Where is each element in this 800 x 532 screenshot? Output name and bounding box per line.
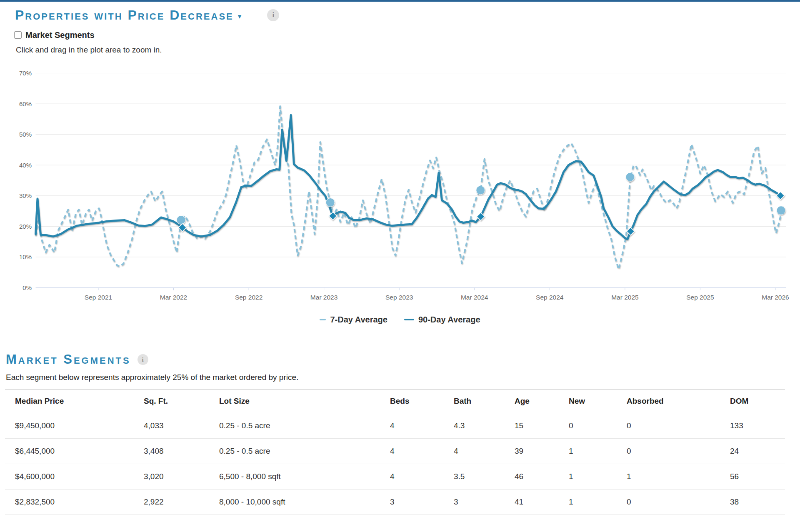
column-header-1: Sq. Ft. (144, 390, 219, 413)
circle-marker (476, 186, 485, 195)
column-header-7: Absorbed (627, 390, 730, 413)
top-accent-bar (0, 0, 800, 2)
y-axis-tick-label: 60% (19, 100, 32, 107)
table-cell: 4,033 (144, 413, 219, 439)
circle-marker (326, 198, 335, 207)
info-icon-segments[interactable]: i (138, 354, 148, 365)
x-axis-tick-label: Mar 2026 (762, 294, 789, 301)
column-header-6: New (569, 390, 627, 413)
table-row: $9,450,0004,0330.25 - 0.5 acre44.3150013… (5, 413, 785, 439)
price-decrease-chart-plot[interactable]: 0%10%20%30%40%50%60%70%Sep 2021Mar 2022S… (0, 55, 800, 310)
table-cell: 6,500 - 8,000 sqft (219, 464, 390, 490)
legend-item-90day[interactable]: 90-Day Average (404, 315, 480, 325)
series-90day-line (36, 115, 781, 239)
y-axis-labels: 0%10%20%30%40%50%60%70% (19, 70, 32, 291)
table-cell: 39 (515, 439, 569, 464)
y-axis-tick-label: 40% (19, 162, 32, 169)
table-cell: 15 (515, 413, 569, 439)
legend-line-symbol-90day (404, 319, 414, 320)
chart-legend: 7-Day Average 90-Day Average (0, 313, 800, 326)
segments-table-wrap: Median PriceSq. Ft.Lot SizeBedsBathAgeNe… (5, 389, 785, 515)
y-axis-tick-label: 30% (19, 192, 32, 199)
x-axis-tick-label: Mar 2024 (461, 294, 488, 301)
x-axis-tick-label: Sep 2024 (536, 294, 564, 301)
x-axis-tick-label: Mar 2023 (310, 294, 338, 301)
x-axis-tick-label: Sep 2021 (85, 294, 112, 301)
table-cell: 3 (390, 490, 454, 515)
table-cell: 4 (390, 464, 454, 490)
y-axis-tick-label: 20% (19, 223, 32, 230)
y-axis-tick-label: 0% (22, 284, 32, 291)
chart-container: 0%10%20%30%40%50%60%70%Sep 2021Mar 2022S… (0, 55, 800, 326)
table-cell: 3 (454, 490, 515, 515)
column-header-2: Lot Size (219, 390, 390, 413)
table-cell: 1 (569, 439, 627, 464)
table-cell: $9,450,000 (5, 413, 144, 439)
x-axis (36, 288, 787, 290)
table-cell: 41 (515, 490, 569, 515)
y-axis-tick-label: 50% (19, 131, 32, 138)
column-header-8: DOM (730, 390, 785, 413)
table-cell: 3.5 (454, 464, 515, 490)
table-cell: 1 (569, 464, 627, 490)
column-header-5: Age (515, 390, 569, 413)
table-row: $2,832,5002,9228,000 - 10,000 sqft334110… (5, 490, 785, 515)
table-cell: 1 (627, 464, 730, 490)
table-cell: $6,445,000 (5, 439, 144, 464)
column-header-3: Beds (390, 390, 454, 413)
table-cell: 0 (627, 413, 730, 439)
x-axis-labels: Sep 2021Mar 2022Sep 2022Mar 2023Sep 2023… (85, 294, 789, 301)
segments-table: Median PriceSq. Ft.Lot SizeBedsBathAgeNe… (5, 389, 785, 515)
market-segments-subtitle: Each segment below represents approximat… (6, 373, 800, 382)
table-cell: 1 (569, 490, 627, 515)
table-row: $4,600,0003,0206,500 - 8,000 sqft43.5461… (5, 464, 785, 490)
legend-label-7day: 7-Day Average (330, 315, 387, 325)
chevron-down-icon[interactable]: ▾ (238, 12, 242, 21)
table-cell: 38 (730, 490, 785, 515)
column-header-4: Bath (454, 390, 515, 413)
info-icon[interactable]: i (267, 9, 279, 21)
market-segments-heading: Market Segments (6, 352, 131, 367)
table-cell: 3,408 (144, 439, 219, 464)
table-cell: 0.25 - 0.5 acre (219, 439, 390, 464)
table-header-row: Median PriceSq. Ft.Lot SizeBedsBathAgeNe… (5, 390, 785, 413)
table-cell: 4 (390, 439, 454, 464)
x-axis-tick-label: Sep 2025 (686, 294, 714, 301)
x-axis-tick-label: Sep 2023 (385, 294, 413, 301)
market-segments-section: Market Segments i Each segment below rep… (0, 352, 800, 382)
market-segments-checkbox[interactable] (14, 31, 22, 39)
legend-item-7day[interactable]: 7-Day Average (320, 315, 387, 325)
table-cell: 133 (730, 413, 785, 439)
table-cell: 0 (569, 413, 627, 439)
chart-header: Properties with Price Decrease ▾ i Marke… (0, 7, 800, 55)
table-cell: 56 (730, 464, 785, 490)
x-axis-tick-label: Mar 2025 (611, 294, 638, 301)
table-cell: 24 (730, 439, 785, 464)
zoom-instruction: Click and drag in the plot area to zoom … (16, 45, 800, 55)
circle-marker (777, 206, 785, 215)
table-cell: 4 (390, 413, 454, 439)
table-cell: 4.3 (454, 413, 515, 439)
legend-label-90day: 90-Day Average (418, 315, 480, 325)
circle-marker (177, 215, 185, 224)
x-axis-tick-label: Mar 2022 (160, 294, 187, 301)
table-cell: $2,832,500 (5, 490, 144, 515)
table-cell: 2,922 (144, 490, 219, 515)
diamond-marker (627, 227, 635, 235)
circle-marker (626, 172, 635, 181)
y-axis-tick-label: 70% (19, 70, 32, 77)
table-cell: 8,000 - 10,000 sqft (219, 490, 390, 515)
table-cell: $4,600,000 (5, 464, 144, 490)
y-axis-tick-label: 10% (19, 253, 32, 260)
table-cell: 0 (627, 490, 730, 515)
table-cell: 4 (454, 439, 515, 464)
table-row: $6,445,0003,4080.25 - 0.5 acre44391024 (5, 439, 785, 464)
x-axis-tick-label: Sep 2022 (235, 294, 262, 301)
legend-dash-symbol-7day (320, 319, 326, 320)
y-gridlines (36, 73, 787, 257)
marker-diamonds-90day (178, 192, 784, 235)
page-title[interactable]: Properties with Price Decrease (15, 7, 234, 23)
market-segments-checkbox-label: Market Segments (25, 30, 95, 40)
column-header-0: Median Price (5, 390, 144, 413)
table-cell: 46 (515, 464, 569, 490)
